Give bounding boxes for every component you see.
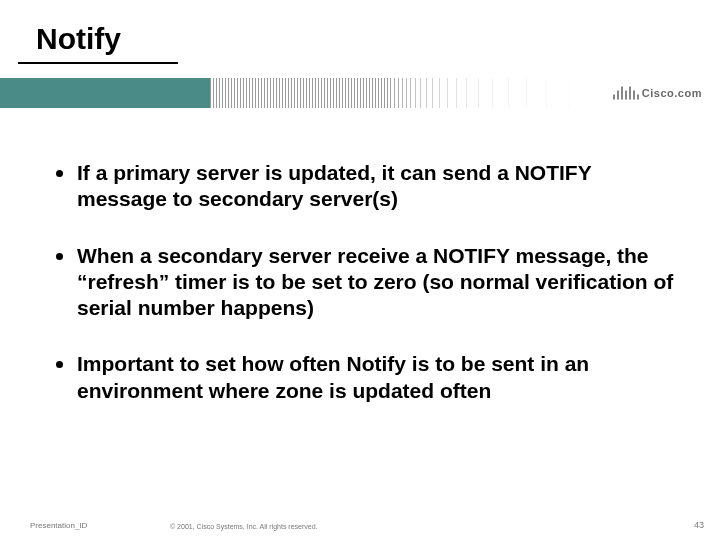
svg-rect-77	[526, 78, 527, 108]
svg-rect-26	[288, 78, 289, 108]
svg-rect-5	[225, 78, 226, 108]
svg-rect-40	[330, 78, 331, 108]
svg-rect-47	[351, 78, 352, 108]
svg-rect-76	[508, 78, 509, 108]
bullet-item: Important to set how often Notify is to …	[56, 351, 680, 404]
svg-rect-20	[270, 78, 271, 108]
svg-rect-44	[342, 78, 343, 108]
svg-rect-69	[432, 78, 433, 108]
svg-rect-22	[276, 78, 277, 108]
band-left-block	[0, 78, 210, 108]
svg-rect-19	[267, 78, 268, 108]
svg-rect-3	[219, 78, 220, 108]
band-bars-icon	[210, 78, 590, 108]
svg-rect-4	[222, 78, 223, 108]
cisco-bridge-icon	[612, 83, 640, 103]
svg-rect-68	[426, 78, 427, 108]
svg-rect-74	[478, 78, 479, 108]
svg-rect-41	[333, 78, 334, 108]
svg-rect-24	[282, 78, 283, 108]
svg-rect-43	[339, 78, 340, 108]
slide-title: Notify	[36, 22, 121, 56]
bullet-text: Important to set how often Notify is to …	[77, 351, 677, 404]
svg-rect-10	[240, 78, 241, 108]
svg-rect-53	[369, 78, 370, 108]
svg-rect-11	[243, 78, 244, 108]
svg-rect-15	[255, 78, 256, 108]
svg-rect-17	[261, 78, 262, 108]
svg-rect-61	[394, 78, 395, 108]
svg-rect-23	[279, 78, 280, 108]
svg-rect-21	[273, 78, 274, 108]
footer: Presentation_ID © 2001, Cisco Systems, I…	[0, 512, 720, 530]
svg-rect-38	[324, 78, 325, 108]
svg-rect-45	[345, 78, 346, 108]
svg-rect-73	[466, 78, 467, 108]
svg-rect-49	[357, 78, 358, 108]
svg-rect-59	[387, 78, 388, 108]
svg-rect-60	[390, 78, 391, 108]
bullet-dot-icon	[56, 253, 63, 260]
svg-rect-50	[360, 78, 361, 108]
svg-rect-55	[375, 78, 376, 108]
svg-rect-64	[406, 78, 407, 108]
svg-rect-46	[348, 78, 349, 108]
svg-rect-0	[210, 78, 211, 108]
svg-rect-30	[300, 78, 301, 108]
svg-rect-6	[228, 78, 229, 108]
svg-rect-12	[246, 78, 247, 108]
svg-rect-33	[309, 78, 310, 108]
svg-rect-57	[381, 78, 382, 108]
svg-rect-28	[294, 78, 295, 108]
svg-rect-71	[447, 78, 448, 108]
bullet-text: If a primary server is updated, it can s…	[77, 160, 677, 213]
svg-rect-32	[306, 78, 307, 108]
svg-rect-35	[315, 78, 316, 108]
svg-rect-75	[492, 78, 493, 108]
svg-rect-52	[366, 78, 367, 108]
svg-rect-79	[568, 78, 569, 108]
svg-rect-7	[231, 78, 232, 108]
svg-rect-36	[318, 78, 319, 108]
svg-rect-18	[264, 78, 265, 108]
svg-rect-63	[402, 78, 403, 108]
svg-rect-37	[321, 78, 322, 108]
bullet-text: When a secondary server receive a NOTIFY…	[77, 243, 677, 322]
svg-rect-8	[234, 78, 235, 108]
svg-rect-29	[297, 78, 298, 108]
svg-rect-56	[378, 78, 379, 108]
footer-presentation-id: Presentation_ID	[30, 521, 87, 530]
bullet-dot-icon	[56, 170, 63, 177]
footer-page-number: 43	[694, 520, 704, 530]
svg-rect-13	[249, 78, 250, 108]
svg-rect-62	[398, 78, 399, 108]
svg-rect-78	[546, 78, 547, 108]
svg-rect-2	[216, 78, 217, 108]
svg-rect-42	[336, 78, 337, 108]
svg-rect-16	[258, 78, 259, 108]
brand-text: Cisco.com	[642, 87, 702, 99]
bullet-item: When a secondary server receive a NOTIFY…	[56, 243, 680, 322]
svg-rect-67	[420, 78, 421, 108]
slide: Notify	[0, 0, 720, 540]
svg-rect-1	[213, 78, 214, 108]
svg-rect-72	[456, 78, 457, 108]
svg-rect-9	[237, 78, 238, 108]
title-underline	[18, 62, 178, 64]
header-band: Cisco.com	[0, 78, 720, 108]
svg-rect-39	[327, 78, 328, 108]
svg-rect-31	[303, 78, 304, 108]
bullet-item: If a primary server is updated, it can s…	[56, 160, 680, 213]
svg-rect-51	[363, 78, 364, 108]
svg-rect-54	[372, 78, 373, 108]
svg-rect-27	[291, 78, 292, 108]
svg-rect-65	[410, 78, 411, 108]
svg-rect-66	[415, 78, 416, 108]
content-area: If a primary server is updated, it can s…	[56, 160, 680, 434]
svg-rect-70	[439, 78, 440, 108]
svg-rect-58	[384, 78, 385, 108]
cisco-logo: Cisco.com	[612, 81, 702, 105]
footer-copyright: © 2001, Cisco Systems, Inc. All rights r…	[170, 523, 318, 530]
svg-rect-14	[252, 78, 253, 108]
svg-rect-34	[312, 78, 313, 108]
